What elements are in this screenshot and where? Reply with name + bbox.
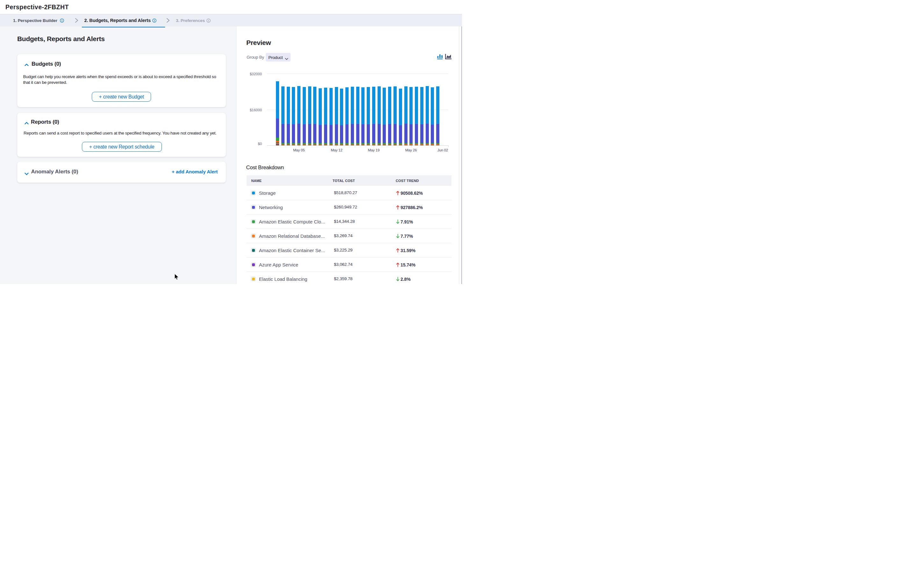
svg-text:May 05: May 05	[293, 148, 305, 152]
svg-text:$0: $0	[258, 142, 262, 146]
svg-text:Jun 02: Jun 02	[437, 148, 448, 152]
svg-text:May 12: May 12	[331, 148, 342, 152]
svg-text:May 19: May 19	[368, 148, 380, 152]
svg-text:$16000: $16000	[250, 108, 262, 112]
svg-text:$32000: $32000	[250, 72, 262, 76]
svg-text:May 26: May 26	[405, 148, 417, 152]
